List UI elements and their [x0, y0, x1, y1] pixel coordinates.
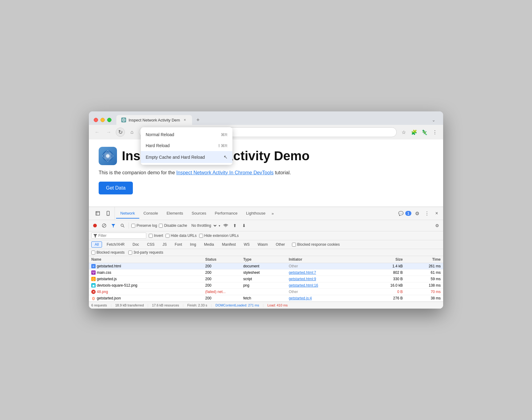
row-type: document: [243, 264, 289, 268]
import-button[interactable]: ⬆: [231, 222, 239, 229]
active-tab[interactable]: Inspect Network Activity Dem ×: [116, 115, 192, 125]
tab-elements[interactable]: Elements: [162, 208, 187, 219]
filter-toggle-button[interactable]: [110, 222, 117, 229]
hide-data-urls-label[interactable]: Hide data URLs: [166, 234, 197, 238]
profile-button[interactable]: 🦎: [420, 128, 429, 137]
network-toolbar: Preserve log Disable cache No throttling…: [89, 220, 443, 231]
throttle-select[interactable]: No throttling Fast 3G Slow 3G Offline: [189, 223, 217, 229]
invert-label[interactable]: Invert: [149, 234, 163, 238]
hide-ext-urls-checkbox[interactable]: [199, 234, 203, 238]
disable-cache-label[interactable]: Disable cache: [159, 223, 187, 228]
tab-title: Inspect Network Activity Dem: [129, 118, 180, 122]
type-filter-img[interactable]: Img: [187, 241, 199, 248]
type-filter-other[interactable]: Other: [272, 241, 288, 248]
chrome-menu-button[interactable]: ⋮: [430, 128, 439, 137]
table-row[interactable]: ≡ getstarted.html 200 document Other 1.4…: [89, 263, 443, 270]
row-time: 61 ms: [403, 270, 441, 275]
initiator-link[interactable]: getstarted.html:16: [289, 283, 318, 288]
tab-lighthouse[interactable]: Lighthouse: [242, 208, 270, 219]
tab-sources[interactable]: Sources: [188, 208, 211, 219]
hard-reload-item[interactable]: Hard Reload ⇧⌘R: [141, 140, 232, 151]
search-button[interactable]: [119, 222, 126, 229]
type-filters-bar: All Fetch/XHR Doc CSS JS Font Img Media …: [89, 240, 443, 249]
row-type: stylesheet: [243, 270, 289, 275]
empty-cache-reload-item[interactable]: Empty Cache and Hard Reload ↖: [141, 151, 232, 163]
invert-checkbox[interactable]: [149, 234, 153, 238]
tab-dropdown-button[interactable]: ⌄: [429, 115, 438, 125]
home-button[interactable]: ⌂: [127, 128, 137, 137]
devtools-device-mode-button[interactable]: [104, 209, 112, 217]
clear-button[interactable]: [100, 222, 108, 229]
get-data-button[interactable]: Get Data: [99, 182, 133, 194]
blocked-requests-checkbox[interactable]: [91, 251, 95, 255]
devtools-settings-button[interactable]: ⚙: [413, 209, 421, 217]
preserve-log-checkbox[interactable]: [131, 224, 135, 228]
blocked-cookies-label[interactable]: Blocked response cookies: [292, 242, 340, 247]
header-size: Size: [365, 257, 403, 262]
type-filter-doc[interactable]: Doc: [129, 241, 142, 248]
normal-reload-item[interactable]: Normal Reload ⌘R: [141, 129, 232, 140]
network-settings-button[interactable]: ⚙: [433, 222, 441, 229]
initiator-link[interactable]: getstarted.js:4: [289, 296, 312, 300]
type-filter-media[interactable]: Media: [201, 241, 217, 248]
record-stop-button[interactable]: [91, 222, 99, 229]
initiator-link[interactable]: getstarted.html:7: [289, 270, 316, 275]
export-button[interactable]: ⬇: [240, 222, 248, 229]
preserve-log-label[interactable]: Preserve log: [131, 223, 157, 228]
table-row[interactable]: ▣ devtools-square-512.png 200 png getsta…: [89, 282, 443, 289]
new-tab-button[interactable]: +: [193, 115, 202, 125]
filter-input[interactable]: [98, 234, 141, 238]
row-initiator: Other: [289, 290, 365, 294]
blocked-cookies-checkbox[interactable]: [292, 243, 296, 247]
table-row[interactable]: Ψ main.css 200 stylesheet getstarted.htm…: [89, 270, 443, 276]
devtools-close-button[interactable]: ×: [433, 209, 441, 217]
type-filter-wasm[interactable]: Wasm: [254, 241, 271, 248]
back-button[interactable]: ←: [93, 128, 102, 137]
row-initiator: getstarted.js:4: [289, 296, 365, 300]
blocked-requests-label[interactable]: Blocked requests: [91, 250, 125, 255]
bookmark-button[interactable]: ☆: [399, 128, 408, 137]
reload-button[interactable]: ↻: [116, 128, 125, 137]
row-icon: ▣: [91, 283, 96, 288]
devtools-link[interactable]: Inspect Network Activity In Chrome DevTo…: [176, 170, 273, 175]
tab-performance[interactable]: Performance: [210, 208, 242, 219]
minimize-traffic-light[interactable]: [100, 118, 105, 122]
row-icon: {}: [91, 277, 96, 281]
table-row[interactable]: {} getstarted.json 200 fetch getstarted.…: [89, 295, 443, 302]
hide-data-urls-checkbox[interactable]: [166, 234, 169, 238]
more-tabs-button[interactable]: »: [270, 209, 275, 218]
third-party-label[interactable]: 3rd-party requests: [128, 250, 163, 255]
type-filter-manifest[interactable]: Manifest: [219, 241, 239, 248]
fullscreen-traffic-light[interactable]: [107, 118, 111, 122]
online-wifi-button[interactable]: [222, 222, 229, 229]
type-filter-css[interactable]: CSS: [144, 241, 158, 248]
forward-button[interactable]: →: [104, 128, 113, 137]
devtools-more-button[interactable]: ⋮: [423, 209, 431, 217]
devtools-select-mode-button[interactable]: [94, 209, 102, 217]
type-filter-all[interactable]: All: [91, 241, 102, 248]
third-party-checkbox[interactable]: [128, 251, 132, 255]
footer-load: Load: 410 ms: [267, 303, 288, 307]
table-row[interactable]: {} getstarted.js 200 script getstarted.h…: [89, 276, 443, 282]
row-initiator: Other: [289, 264, 365, 268]
type-filter-ws[interactable]: WS: [240, 241, 253, 248]
hide-data-urls-text: Hide data URLs: [171, 234, 197, 238]
tab-network[interactable]: Network: [116, 208, 139, 219]
normal-reload-label: Normal Reload: [146, 132, 174, 137]
page-description: This is the companion demo for the Inspe…: [99, 170, 433, 176]
tab-close-button[interactable]: ×: [182, 118, 187, 122]
type-filter-font[interactable]: Font: [171, 241, 185, 248]
row-time: 38 ms: [403, 296, 441, 300]
disable-cache-checkbox[interactable]: [159, 224, 163, 228]
extensions-button[interactable]: 🧩: [410, 128, 419, 137]
console-messages-icon: 💬: [398, 211, 403, 216]
close-traffic-light[interactable]: [94, 118, 98, 122]
type-filter-js[interactable]: JS: [159, 241, 170, 248]
svg-marker-13: [111, 224, 115, 227]
tab-console[interactable]: Console: [139, 208, 162, 219]
hide-ext-urls-label[interactable]: Hide extension URLs: [199, 234, 239, 238]
toolbar-separator-1: [129, 223, 129, 229]
type-filter-fetch-xhr[interactable]: Fetch/XHR: [103, 241, 128, 248]
table-row[interactable]: ✕ 48.png (failed) net... Other 0 B 70 ms: [89, 289, 443, 295]
initiator-link[interactable]: getstarted.html:9: [289, 277, 316, 281]
